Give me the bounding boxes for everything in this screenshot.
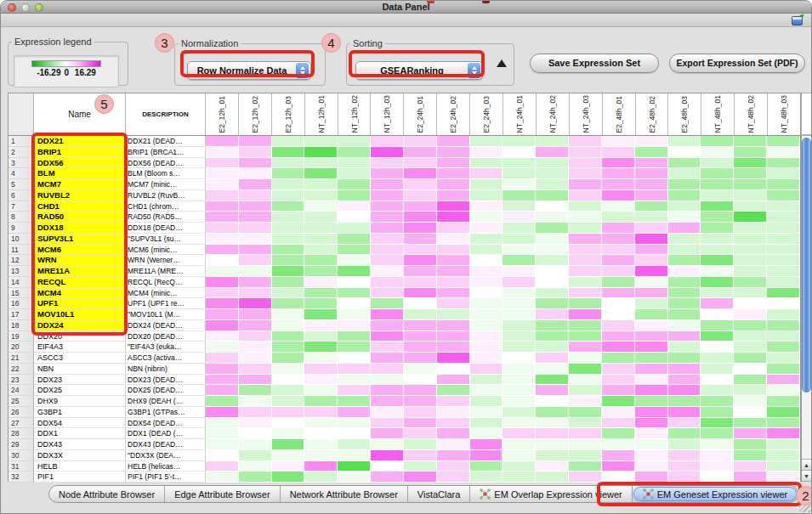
heatmap-cell[interactable] bbox=[272, 158, 305, 169]
heatmap-cell[interactable] bbox=[767, 298, 800, 309]
heatmap-cell[interactable] bbox=[569, 147, 602, 158]
heatmap-cell[interactable] bbox=[437, 234, 470, 245]
gene-description-cell[interactable]: MRE11A (MRE… bbox=[126, 266, 206, 277]
heatmap-cell[interactable] bbox=[503, 396, 536, 407]
sample-column-header[interactable]: E2_24h_03 bbox=[470, 93, 503, 135]
heatmap-cell[interactable] bbox=[371, 407, 404, 418]
heatmap-cell[interactable] bbox=[635, 353, 668, 364]
heatmap-cell[interactable] bbox=[503, 407, 536, 418]
heatmap-cell[interactable] bbox=[470, 223, 503, 234]
heatmap-cell[interactable] bbox=[701, 158, 734, 169]
heatmap-cell[interactable] bbox=[272, 396, 305, 407]
heatmap-cell[interactable] bbox=[470, 364, 503, 375]
heatmap-cell[interactable] bbox=[503, 190, 536, 201]
heatmap-cell[interactable] bbox=[701, 179, 734, 190]
heatmap-cell[interactable] bbox=[470, 309, 503, 320]
gene-description-cell[interactable]: G3BP1 (GTPas… bbox=[126, 407, 206, 418]
name-column-header[interactable]: Name bbox=[34, 93, 126, 135]
heatmap-cell[interactable] bbox=[404, 179, 437, 190]
gene-description-cell[interactable]: WRN (Werner… bbox=[126, 255, 206, 266]
heatmap-cell[interactable] bbox=[206, 450, 239, 461]
heatmap-cell[interactable] bbox=[503, 136, 536, 147]
heatmap-cell[interactable] bbox=[767, 375, 800, 386]
heatmap-cell[interactable] bbox=[437, 277, 470, 288]
heatmap-cell[interactable] bbox=[304, 147, 338, 158]
heatmap-cell[interactable] bbox=[371, 364, 404, 375]
heatmap-cell[interactable] bbox=[437, 342, 470, 353]
gene-description-cell[interactable]: DDX21 (DEAD… bbox=[126, 136, 206, 147]
heatmap-cell[interactable] bbox=[404, 353, 437, 364]
gene-name-cell[interactable]: G3BP1 bbox=[34, 407, 126, 418]
heatmap-cell[interactable] bbox=[239, 396, 272, 407]
heatmap-cell[interactable] bbox=[206, 212, 239, 223]
heatmap-cell[interactable] bbox=[304, 407, 338, 418]
heatmap-cell[interactable] bbox=[437, 320, 470, 331]
heatmap-cell[interactable] bbox=[239, 375, 272, 386]
heatmap-cell[interactable] bbox=[635, 277, 668, 288]
heatmap-cell[interactable] bbox=[734, 179, 767, 190]
heatmap-cell[interactable] bbox=[602, 418, 635, 429]
gene-description-cell[interactable]: MCM6 (minic… bbox=[126, 245, 206, 256]
heatmap-cell[interactable] bbox=[635, 342, 668, 353]
heatmap-cell[interactable] bbox=[569, 223, 602, 234]
heatmap-cell[interactable] bbox=[569, 472, 602, 483]
heatmap-cell[interactable] bbox=[635, 168, 668, 179]
heatmap-cell[interactable] bbox=[536, 201, 569, 212]
heatmap-cell[interactable] bbox=[569, 245, 602, 256]
sample-column-header[interactable]: NT_48h_01 bbox=[701, 93, 735, 135]
heatmap-cell[interactable] bbox=[701, 353, 734, 364]
heatmap-cell[interactable] bbox=[602, 277, 635, 288]
heatmap-cell[interactable] bbox=[239, 353, 272, 364]
heatmap-cell[interactable] bbox=[635, 245, 668, 256]
heatmap-cell[interactable] bbox=[635, 179, 668, 190]
gene-description-cell[interactable]: HELB (helicas… bbox=[126, 461, 206, 472]
heatmap-cell[interactable] bbox=[371, 136, 404, 147]
heatmap-cell[interactable] bbox=[602, 407, 635, 418]
heatmap-cell[interactable] bbox=[767, 331, 800, 342]
heatmap-cell[interactable] bbox=[602, 428, 635, 439]
gene-description-cell[interactable]: "SUPV3L1 (su… bbox=[126, 234, 206, 245]
heatmap-cell[interactable] bbox=[239, 147, 272, 158]
heatmap-cell[interactable] bbox=[338, 331, 371, 342]
heatmap-cell[interactable] bbox=[338, 255, 371, 266]
gene-name-cell[interactable]: MCM7 bbox=[34, 179, 126, 190]
heatmap-cell[interactable] bbox=[437, 201, 470, 212]
heatmap-cell[interactable] bbox=[668, 309, 701, 320]
heatmap-cell[interactable] bbox=[767, 450, 800, 461]
heatmap-cell[interactable] bbox=[668, 439, 701, 450]
heatmap-cell[interactable] bbox=[272, 353, 305, 364]
heatmap-cell[interactable] bbox=[470, 461, 503, 472]
gene-description-cell[interactable]: "EIF4A3 (euka… bbox=[126, 342, 206, 353]
heatmap-cell[interactable] bbox=[371, 375, 404, 386]
heatmap-cell[interactable] bbox=[503, 288, 536, 299]
heatmap-cell[interactable] bbox=[635, 190, 668, 201]
heatmap-cell[interactable] bbox=[668, 147, 701, 158]
gene-description-cell[interactable]: RAD50 (RAD5… bbox=[126, 212, 206, 223]
heatmap-cell[interactable] bbox=[338, 245, 371, 256]
heatmap-cell[interactable] bbox=[470, 375, 503, 386]
gene-description-cell[interactable]: DHX9 (DEAH (… bbox=[126, 396, 206, 407]
heatmap-cell[interactable] bbox=[767, 342, 800, 353]
heatmap-cell[interactable] bbox=[536, 168, 569, 179]
heatmap-cell[interactable] bbox=[602, 461, 635, 472]
heatmap-cell[interactable] bbox=[437, 375, 470, 386]
heatmap-cell[interactable] bbox=[734, 288, 767, 299]
heatmap-cell[interactable] bbox=[470, 179, 503, 190]
heatmap-cell[interactable] bbox=[701, 147, 734, 158]
gene-description-cell[interactable]: PIF1 (PIF1 5'-t… bbox=[126, 472, 206, 483]
heatmap-cell[interactable] bbox=[371, 158, 404, 169]
heatmap-cell[interactable] bbox=[503, 266, 536, 277]
heatmap-cell[interactable] bbox=[338, 461, 371, 472]
heatmap-cell[interactable] bbox=[536, 234, 569, 245]
heatmap-cell[interactable] bbox=[338, 168, 371, 179]
heatmap-cell[interactable] bbox=[602, 136, 635, 147]
gene-name-cell[interactable]: DDX23 bbox=[34, 375, 126, 386]
heatmap-cell[interactable] bbox=[404, 288, 437, 299]
heatmap-cell[interactable] bbox=[272, 385, 305, 396]
heatmap-cell[interactable] bbox=[503, 179, 536, 190]
tab-node-attribute-browser[interactable]: Node Attribute Browser bbox=[49, 486, 165, 502]
heatmap-cell[interactable] bbox=[767, 385, 800, 396]
heatmap-cell[interactable] bbox=[668, 179, 701, 190]
gene-name-cell[interactable]: HELB bbox=[34, 461, 126, 472]
heatmap-cell[interactable] bbox=[668, 212, 701, 223]
